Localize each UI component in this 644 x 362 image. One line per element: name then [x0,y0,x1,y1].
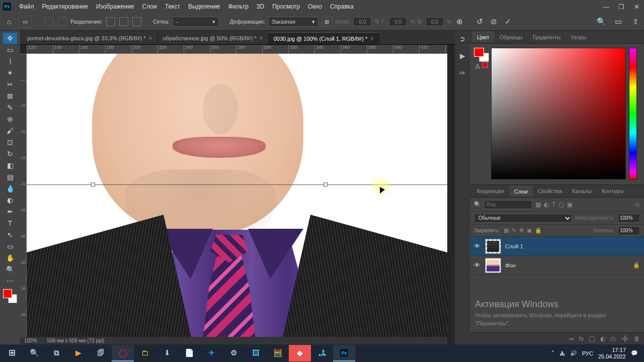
new-layer-icon[interactable]: ➕ [621,335,629,342]
lock-position-icon[interactable]: ✥ [519,227,524,234]
warp-orientation-icon[interactable]: ⊞ [321,17,333,27]
gamut-warning-icon[interactable]: ⚠ [475,63,480,70]
menu-layer[interactable]: Слои [138,1,161,12]
ruler-horizontal[interactable]: 120 140 160 180 200 220 240 260 280 300 … [27,45,447,54]
wand-tool[interactable]: ✶ [3,67,17,78]
zoom-tool[interactable]: 🔍 [3,264,17,275]
cancel-icon[interactable]: ⊘ [489,16,500,27]
maximize-button[interactable]: ❐ [614,0,629,13]
history-brush-tool[interactable]: ↻ [3,148,17,159]
lock-brush-icon[interactable]: ✎ [512,227,516,234]
layer-filter-input[interactable] [484,200,532,209]
filter-smart-icon[interactable]: ▣ [567,201,573,208]
color-swatch[interactable] [3,289,17,303]
menu-edit[interactable]: Редактирование [38,1,92,12]
tray-notifications-icon[interactable]: 💬 [631,350,638,356]
tray-language[interactable]: РУС [582,350,593,356]
history-icon[interactable]: ➲ [457,34,467,44]
split-icon-2[interactable] [58,17,67,26]
taskbar-app-photos[interactable]: 🖼 [245,345,267,361]
taskbar-app-anydesk[interactable]: ◆ [289,345,311,361]
layer-thumbnail[interactable] [485,239,501,254]
foreground-color[interactable] [3,289,12,298]
filter-adjust-icon[interactable]: ◐ [544,201,549,208]
tab-swatches[interactable]: Образцы [495,32,528,42]
marquee-tool[interactable]: ▭ [3,44,17,55]
taskbar-app-media[interactable]: ▶ [67,345,90,361]
taskbar-app-files[interactable]: 🗐 [90,345,112,361]
layer-name[interactable]: Слой 1 [505,243,640,249]
menu-image[interactable]: Изображение [92,1,138,12]
tray-network-icon[interactable]: 🖧 [559,350,565,356]
share-icon[interactable]: ⇪ [630,16,641,27]
shape-tool[interactable]: ▭ [3,241,17,252]
menu-view[interactable]: Просмотр [268,1,304,12]
taskbar-app-explorer[interactable]: 🗀 [134,345,156,361]
more-tools[interactable]: ⋯ [3,276,17,287]
filter-type-icon[interactable]: T [552,201,555,208]
gamut-color[interactable] [482,62,488,68]
tab-layers[interactable]: Слои [509,186,533,197]
doc-tab-1[interactable]: portret-devushka-glaza.jpg @ 33,3% (RGB/… [22,32,158,44]
ruler-vertical[interactable]: 2 2 2 2 3 3 3 3 3 4 4 [20,54,27,337]
lock-all-icon[interactable]: 🔒 [535,227,542,234]
taskbar-search-icon[interactable]: 🔍 [23,345,45,361]
lock-pixels-icon[interactable]: ▦ [504,227,509,234]
delete-layer-icon[interactable]: 🗑 [634,335,640,342]
layer-row[interactable]: 👁 Фон 🔒 [470,256,644,275]
close-icon[interactable]: × [370,35,374,42]
menu-window[interactable]: Окно [304,1,326,12]
group-icon[interactable]: 🗀 [610,335,616,342]
tab-gradients[interactable]: Градиенты [528,32,566,42]
doc-tab-3[interactable]: 0030.jpg @ 100% (Слой 1, RGB/8#) *× [269,32,380,44]
filter-shape-icon[interactable]: ▢ [558,201,564,208]
taskbar-app-settings[interactable]: ⚙ [222,345,245,361]
start-button[interactable]: ⊞ [1,345,23,361]
close-icon[interactable]: × [149,35,152,42]
menu-3d[interactable]: 3D [253,1,268,12]
dodge-tool[interactable]: ◐ [3,195,17,206]
hand-tool[interactable]: ✋ [3,252,17,263]
split-btn-2[interactable] [119,17,128,26]
layer-name[interactable]: Фон [505,262,629,268]
color-field[interactable] [491,48,626,179]
reset-icon[interactable]: ↺ [474,16,486,27]
lasso-tool[interactable]: ⌇ [3,56,17,67]
tool-preset-icon[interactable]: ▭ [18,16,32,28]
layer-row[interactable]: 👁 Слой 1 [470,237,644,256]
zoom-value[interactable]: 100% [24,338,37,343]
home-icon[interactable]: ⌂ [3,16,15,28]
search-icon[interactable]: 🔍 [596,16,607,27]
layer-mask-icon[interactable]: ◯ [589,335,595,342]
close-icon[interactable]: × [260,35,263,42]
brush-settings-icon[interactable]: ✑ [457,68,467,78]
visibility-icon[interactable]: 👁 [474,242,481,250]
lock-artboard-icon[interactable]: ▣ [527,227,532,234]
warp-handle-right[interactable] [324,183,328,187]
tray-volume-icon[interactable]: 🔊 [570,350,577,356]
split-btn-3[interactable] [132,17,141,26]
minimize-button[interactable]: — [599,0,614,13]
tray-chevron-icon[interactable]: ˄ [551,350,554,356]
close-button[interactable]: ✕ [629,0,644,13]
lock-icon[interactable]: 🔒 [633,262,640,268]
warp-select[interactable]: Заказная▾ [268,17,318,27]
opacity-input[interactable] [618,214,640,223]
arrange-icon[interactable]: ▭ [613,16,624,27]
taskbar-app-photoshop[interactable]: Ps [333,345,355,361]
visibility-icon[interactable]: 👁 [474,261,481,269]
hue-slider[interactable] [629,48,637,179]
move-tool[interactable]: ✥ [3,33,17,44]
eyedropper-tool[interactable]: ✎ [3,102,17,113]
brush-tool[interactable]: 🖌 [3,125,17,136]
path-tool[interactable]: ↖ [3,229,17,240]
blur-tool[interactable]: 💧 [3,183,17,194]
tray-clock[interactable]: 17:17 25.04.2022 [598,347,626,359]
menu-select[interactable]: Выделение [184,1,224,12]
commit-icon[interactable]: ✓ [503,16,514,27]
pen-tool[interactable]: ✒ [3,206,17,217]
bend-input[interactable] [353,17,371,26]
fill-input[interactable] [618,226,640,235]
hdist-input[interactable] [389,17,407,26]
tab-properties[interactable]: Свойства [533,186,567,196]
